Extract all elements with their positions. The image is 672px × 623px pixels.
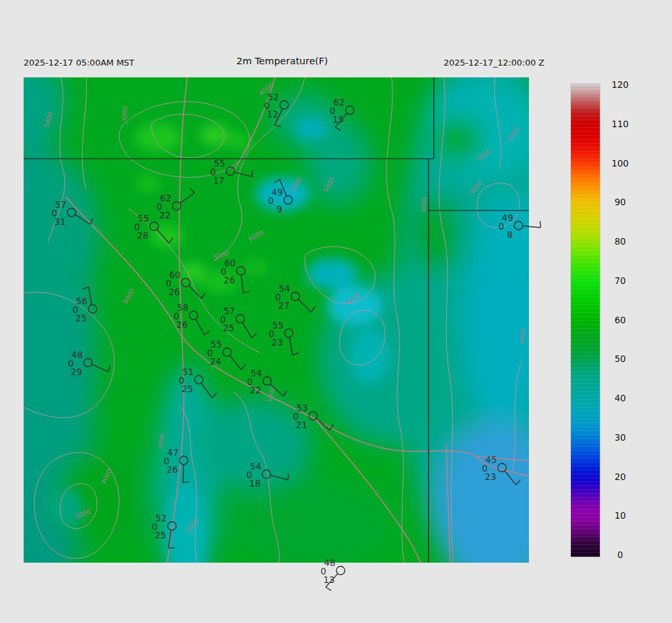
colorbar-tick-label: 110 xyxy=(602,119,638,129)
temperature-field: 5000300040006000700050006000500040003000… xyxy=(24,77,529,563)
colorbar-tick-label: 100 xyxy=(602,158,638,169)
colorbar-tick-label: 0 xyxy=(602,550,638,560)
elevation-contour-label: 3000 xyxy=(120,106,129,122)
colorbar-tick-label: 30 xyxy=(602,432,638,443)
station-circle xyxy=(337,567,345,575)
right-timestamp-label: 2025-12-17_12:00:00 Z xyxy=(444,58,544,68)
elevation-contour-label: 4000 xyxy=(518,329,526,345)
colorbar-tick-label: 120 xyxy=(602,79,638,90)
colorbar-tick-label: 70 xyxy=(602,275,638,286)
colorbar-tick-label: 90 xyxy=(602,197,638,207)
station-left-value: 0 xyxy=(320,566,326,576)
temperature-colorbar xyxy=(570,83,600,557)
wind-barb-tick xyxy=(540,221,541,228)
wind-barb-tick xyxy=(326,587,331,590)
wind-barb-shaft xyxy=(326,574,337,587)
colorbar-tick-label: 40 xyxy=(602,393,638,403)
elevation-contour-label: 3000 xyxy=(419,197,428,213)
weather-map-page: { "header": { "left_timestamp": "2025-12… xyxy=(0,0,672,623)
colorbar-tick-label: 10 xyxy=(602,510,638,521)
elevation-contour-label: 7000 xyxy=(157,433,165,450)
colorbar-tick-label: 20 xyxy=(602,472,638,482)
colorbar-banding xyxy=(571,84,600,557)
colorbar-tick-label: 60 xyxy=(602,315,638,325)
colorbar-tick-label: 50 xyxy=(602,353,638,364)
station-dewpoint: 13 xyxy=(324,574,335,585)
colorbar-tick-label: 80 xyxy=(602,236,638,247)
map-canvas: 5000300040006000700050006000500040003000… xyxy=(24,77,529,563)
